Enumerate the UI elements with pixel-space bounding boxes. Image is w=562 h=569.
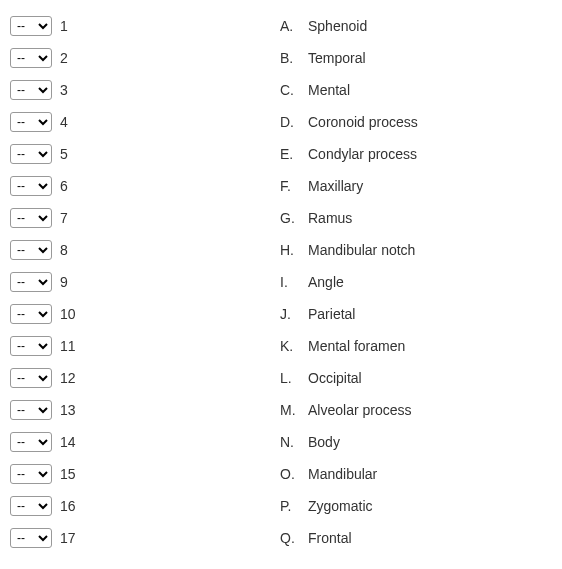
- term-row-h: H.Mandibular notch: [280, 234, 552, 266]
- term-letter: J.: [280, 306, 300, 322]
- match-row-13: --13: [10, 394, 270, 426]
- term-row-e: E.Condylar process: [280, 138, 552, 170]
- term-letter: B.: [280, 50, 300, 66]
- term-row-a: A.Sphenoid: [280, 10, 552, 42]
- match-row-14: --14: [10, 426, 270, 458]
- matching-container: --1--2--3--4--5--6--7--8--9--10--11--12-…: [10, 10, 552, 554]
- term-letter: F.: [280, 178, 300, 194]
- match-number-label: 3: [60, 82, 68, 98]
- term-label: Body: [306, 434, 340, 450]
- match-number-label: 14: [60, 434, 76, 450]
- term-letter: O.: [280, 466, 300, 482]
- match-select-12[interactable]: --: [10, 368, 52, 388]
- term-letter: P.: [280, 498, 300, 514]
- term-label: Sphenoid: [306, 18, 367, 34]
- right-column: A.SphenoidB.TemporalC.MentalD.Coronoid p…: [280, 10, 552, 554]
- match-row-3: --3: [10, 74, 270, 106]
- term-row-b: B.Temporal: [280, 42, 552, 74]
- match-row-15: --15: [10, 458, 270, 490]
- term-label: Maxillary: [306, 178, 363, 194]
- match-number-label: 6: [60, 178, 68, 194]
- match-row-12: --12: [10, 362, 270, 394]
- match-row-6: --6: [10, 170, 270, 202]
- term-row-l: L.Occipital: [280, 362, 552, 394]
- term-label: Zygomatic: [306, 498, 373, 514]
- match-select-1[interactable]: --: [10, 16, 52, 36]
- match-number-label: 4: [60, 114, 68, 130]
- match-select-7[interactable]: --: [10, 208, 52, 228]
- match-select-14[interactable]: --: [10, 432, 52, 452]
- term-letter: I.: [280, 274, 300, 290]
- term-label: Temporal: [306, 50, 366, 66]
- match-select-9[interactable]: --: [10, 272, 52, 292]
- term-label: Occipital: [306, 370, 362, 386]
- match-row-7: --7: [10, 202, 270, 234]
- term-label: Mandibular: [306, 466, 377, 482]
- term-label: Angle: [306, 274, 344, 290]
- match-select-6[interactable]: --: [10, 176, 52, 196]
- term-letter: D.: [280, 114, 300, 130]
- match-row-1: --1: [10, 10, 270, 42]
- term-row-o: O.Mandibular: [280, 458, 552, 490]
- match-row-11: --11: [10, 330, 270, 362]
- term-letter: H.: [280, 242, 300, 258]
- match-number-label: 2: [60, 50, 68, 66]
- match-number-label: 10: [60, 306, 76, 322]
- term-label: Frontal: [306, 530, 352, 546]
- match-select-15[interactable]: --: [10, 464, 52, 484]
- term-row-d: D.Coronoid process: [280, 106, 552, 138]
- match-select-8[interactable]: --: [10, 240, 52, 260]
- match-row-16: --16: [10, 490, 270, 522]
- match-number-label: 1: [60, 18, 68, 34]
- term-row-j: J.Parietal: [280, 298, 552, 330]
- term-label: Mental foramen: [306, 338, 405, 354]
- term-label: Alveolar process: [306, 402, 412, 418]
- match-select-13[interactable]: --: [10, 400, 52, 420]
- match-number-label: 5: [60, 146, 68, 162]
- term-row-m: M.Alveolar process: [280, 394, 552, 426]
- match-select-4[interactable]: --: [10, 112, 52, 132]
- term-label: Mental: [306, 82, 350, 98]
- term-row-n: N.Body: [280, 426, 552, 458]
- term-letter: N.: [280, 434, 300, 450]
- term-letter: G.: [280, 210, 300, 226]
- match-select-16[interactable]: --: [10, 496, 52, 516]
- match-number-label: 9: [60, 274, 68, 290]
- match-select-10[interactable]: --: [10, 304, 52, 324]
- term-row-f: F.Maxillary: [280, 170, 552, 202]
- term-letter: E.: [280, 146, 300, 162]
- term-row-p: P.Zygomatic: [280, 490, 552, 522]
- match-row-8: --8: [10, 234, 270, 266]
- match-number-label: 7: [60, 210, 68, 226]
- match-number-label: 11: [60, 338, 76, 354]
- term-label: Parietal: [306, 306, 355, 322]
- match-number-label: 12: [60, 370, 76, 386]
- term-letter: M.: [280, 402, 300, 418]
- match-number-label: 8: [60, 242, 68, 258]
- match-select-2[interactable]: --: [10, 48, 52, 68]
- left-column: --1--2--3--4--5--6--7--8--9--10--11--12-…: [10, 10, 270, 554]
- term-label: Mandibular notch: [306, 242, 415, 258]
- match-select-17[interactable]: --: [10, 528, 52, 548]
- term-row-k: K.Mental foramen: [280, 330, 552, 362]
- match-row-10: --10: [10, 298, 270, 330]
- match-select-5[interactable]: --: [10, 144, 52, 164]
- match-row-9: --9: [10, 266, 270, 298]
- term-letter: C.: [280, 82, 300, 98]
- term-letter: A.: [280, 18, 300, 34]
- match-number-label: 17: [60, 530, 76, 546]
- term-letter: K.: [280, 338, 300, 354]
- match-row-4: --4: [10, 106, 270, 138]
- term-label: Coronoid process: [306, 114, 418, 130]
- match-number-label: 13: [60, 402, 76, 418]
- term-row-q: Q.Frontal: [280, 522, 552, 554]
- match-number-label: 16: [60, 498, 76, 514]
- term-letter: Q.: [280, 530, 300, 546]
- match-select-3[interactable]: --: [10, 80, 52, 100]
- match-select-11[interactable]: --: [10, 336, 52, 356]
- match-number-label: 15: [60, 466, 76, 482]
- term-row-g: G.Ramus: [280, 202, 552, 234]
- term-row-i: I.Angle: [280, 266, 552, 298]
- match-row-2: --2: [10, 42, 270, 74]
- term-label: Ramus: [306, 210, 352, 226]
